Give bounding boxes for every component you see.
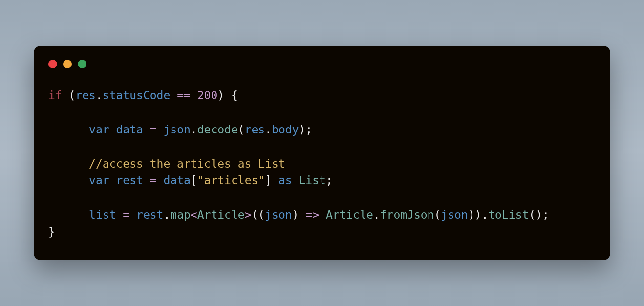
code-token: } — [48, 225, 55, 238]
code-line: var rest = data["articles"] as List; — [48, 174, 333, 187]
code-token: data — [116, 123, 143, 136]
code-token: = — [150, 174, 157, 187]
code-token — [48, 157, 89, 170]
code-token — [62, 89, 69, 102]
code-token: as — [279, 174, 292, 187]
code-token — [292, 174, 299, 187]
code-token: = — [123, 208, 129, 221]
code-token: (( — [252, 208, 265, 221]
code-token: . — [265, 123, 272, 136]
code-token — [129, 208, 136, 221]
code-token: if — [48, 89, 62, 102]
code-block: if (res.statusCode == 200) { var data = … — [48, 87, 596, 241]
code-token: (); — [529, 208, 549, 221]
code-line: //access the articles as List — [48, 157, 285, 170]
code-token: fromJson — [380, 208, 434, 221]
code-token: . — [373, 208, 380, 221]
code-token: rest — [136, 208, 163, 221]
code-token — [319, 208, 326, 221]
code-line: list = rest.map<Article>((json) => Artic… — [48, 208, 549, 221]
code-token: statusCode — [103, 89, 170, 102]
code-token: json — [163, 123, 190, 136]
code-token: . — [191, 123, 197, 136]
code-token: ) — [217, 89, 224, 102]
code-line — [48, 140, 55, 153]
code-token — [299, 208, 305, 221]
code-token — [191, 89, 197, 102]
code-token: { — [231, 89, 238, 102]
code-token: < — [191, 208, 197, 221]
code-token — [143, 174, 150, 187]
code-token: res — [245, 123, 265, 136]
code-token — [48, 208, 89, 221]
code-token: body — [272, 123, 299, 136]
code-token — [157, 174, 164, 187]
code-token: . — [96, 89, 103, 102]
code-token: Article — [197, 208, 245, 221]
code-token: ] — [265, 174, 272, 187]
code-token: "articles" — [197, 174, 265, 187]
code-token — [48, 123, 89, 136]
window-controls — [48, 60, 596, 68]
code-token: Article — [326, 208, 373, 221]
code-line: if (res.statusCode == 200) { — [48, 89, 238, 102]
code-token — [143, 123, 150, 136]
maximize-icon[interactable] — [78, 60, 86, 68]
code-token — [224, 89, 231, 102]
code-token: rest — [116, 174, 143, 187]
code-line: } — [48, 225, 55, 238]
code-token: //access the articles as List — [89, 157, 285, 170]
code-token — [109, 174, 116, 187]
minimize-icon[interactable] — [63, 60, 72, 68]
code-token: ( — [238, 123, 245, 136]
code-line: var data = json.decode(res.body); — [48, 123, 312, 136]
code-token: 200 — [197, 89, 218, 102]
code-token: res — [75, 89, 96, 102]
code-token — [157, 123, 164, 136]
code-token — [116, 208, 123, 221]
code-token: ( — [434, 208, 441, 221]
close-icon[interactable] — [48, 60, 57, 68]
code-token: ); — [299, 123, 312, 136]
code-token — [109, 123, 116, 136]
code-token: var — [89, 123, 109, 136]
code-token: > — [245, 208, 252, 221]
code-token: ( — [69, 89, 76, 102]
code-token: map — [170, 208, 191, 221]
code-token — [170, 89, 177, 102]
code-token: var — [89, 174, 109, 187]
code-token: toList — [488, 208, 529, 221]
code-token: . — [163, 208, 170, 221]
code-token: = — [150, 123, 157, 136]
code-token: decode — [197, 123, 238, 136]
code-line — [48, 106, 55, 119]
code-token: json — [441, 208, 468, 221]
code-token: ; — [326, 174, 333, 187]
code-token: == — [177, 89, 191, 102]
code-token: list — [89, 208, 116, 221]
code-token: => — [305, 208, 319, 221]
code-token — [272, 174, 279, 187]
code-token — [48, 174, 89, 187]
code-token: )). — [468, 208, 489, 221]
code-line — [48, 191, 55, 204]
code-window: if (res.statusCode == 200) { var data = … — [34, 46, 610, 261]
code-token: [ — [191, 174, 197, 187]
code-token: json — [265, 208, 292, 221]
code-token: data — [163, 174, 190, 187]
code-token: ) — [292, 208, 299, 221]
code-token: List — [299, 174, 325, 187]
